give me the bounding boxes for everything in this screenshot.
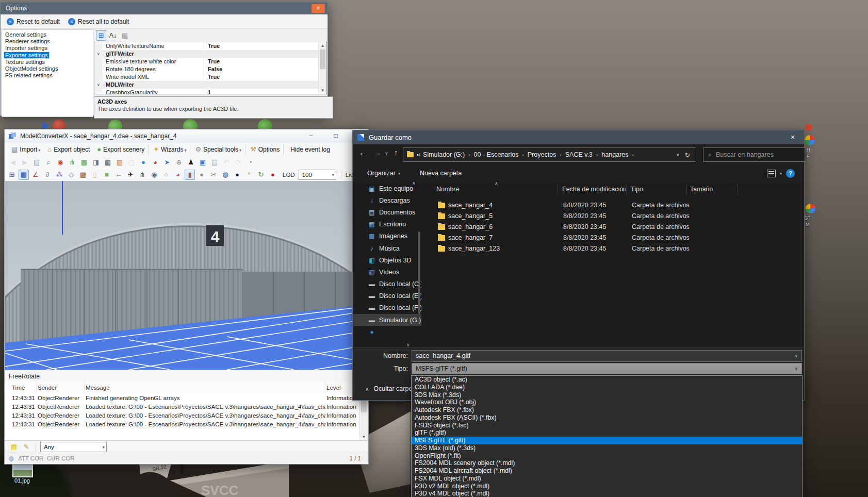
file-row[interactable]: sace_hangar_5 8/8/2020 23:45 Carpeta de …	[429, 211, 803, 222]
log-row[interactable]: 12:43:31 ObjectRenderer Loaded texture: …	[5, 403, 359, 411]
sidebar-item[interactable]: ▣ Este equipo	[353, 183, 421, 194]
log-column-header[interactable]: Sender	[37, 382, 85, 394]
settings-category-item[interactable]: FS related settings	[2, 72, 93, 79]
view-toolbar-icon[interactable]: ⊞	[7, 170, 17, 180]
toolbar-icon[interactable]: ▤	[209, 157, 220, 168]
toolbar-icon[interactable]: ◨	[91, 157, 101, 168]
column-divider[interactable]	[737, 184, 738, 195]
close-button[interactable]: ×	[312, 4, 325, 13]
breadcrumb-segment[interactable]: Simulador (G:)›	[420, 151, 471, 158]
help-icon[interactable]: ?	[786, 169, 795, 178]
view-toolbar-icon[interactable]: ○	[161, 170, 171, 180]
view-toolbar-icon[interactable]: ●	[268, 170, 278, 180]
view-toolbar-icon[interactable]: ●	[196, 170, 207, 180]
filter-icon[interactable]: ▤	[9, 442, 19, 452]
filetype-option[interactable]: FS2004 MDL aircraft object (*.mdl)	[412, 467, 802, 475]
back-icon[interactable]: ←	[359, 148, 367, 157]
dialog-titlebar[interactable]: Guardar como	[353, 130, 804, 144]
sidebar-item[interactable]: ◧ Objetos 3D	[353, 254, 421, 266]
menu-button[interactable]: ▤ Import	[8, 144, 44, 155]
toolbar-icon[interactable]: ▢	[126, 157, 137, 168]
view-toolbar-icon[interactable]: ◕	[173, 170, 183, 180]
maximize-button[interactable]: □	[329, 131, 343, 141]
view-toolbar-icon[interactable]: ◉	[149, 170, 159, 180]
filetype-option[interactable]: FSX MDL object (*.mdl)	[412, 475, 802, 483]
toolbar-icon[interactable]: ◔	[245, 157, 255, 168]
column-divider[interactable]	[686, 184, 687, 195]
address-dropdown-icon[interactable]: ∨	[676, 152, 680, 157]
view-options-icon[interactable]	[767, 170, 776, 177]
column-header-size[interactable]: Tamaño	[690, 183, 713, 196]
filetype-option[interactable]: Autodesk FBX (*.fbx)	[412, 406, 802, 414]
toolbar-icon[interactable]: ◉	[55, 157, 65, 168]
view-toolbar-icon[interactable]: ◇	[66, 170, 76, 180]
property-row[interactable]: Emissive texture white color True	[94, 58, 326, 65]
filter-icon[interactable]: ✎	[21, 442, 31, 452]
toolbar-icon[interactable]: ▦	[103, 157, 113, 168]
filetype-option[interactable]: P3D v4 MDL object (*.mdl)	[412, 490, 802, 497]
new-folder-button[interactable]: Nueva carpeta	[420, 170, 462, 177]
close-button[interactable]: ×	[781, 130, 804, 144]
log-row[interactable]: 12:43:31 ObjectRenderer Finished generat…	[5, 394, 359, 403]
property-grid-tool-icon[interactable]: ▤	[120, 30, 130, 41]
sidebar-item[interactable]: ▬ Disco local (C:)	[353, 278, 421, 290]
toolbar-icon[interactable]: ▧	[114, 157, 125, 168]
view-toolbar-icon[interactable]: ∂	[42, 170, 53, 180]
view-toolbar-icon[interactable]: *	[244, 170, 254, 180]
property-grid-tool-icon[interactable]: A↓	[108, 30, 118, 41]
sidebar-scroll-down-icon[interactable]: ∨	[406, 342, 410, 347]
scroll-down-icon[interactable]: ▼	[319, 88, 326, 93]
sidebar-item[interactable]: ▩ Imágenes	[353, 230, 421, 242]
property-row[interactable]: Rotate 180 degrees False	[94, 65, 326, 73]
reset-to-default-button[interactable]: « Reset to default	[7, 18, 60, 25]
view-toolbar-icon[interactable]: ✂	[208, 170, 219, 180]
recent-locations-icon[interactable]: ∨	[385, 151, 388, 156]
view-toolbar-icon[interactable]: ●	[232, 170, 242, 180]
column-header-type[interactable]: Tipo	[631, 183, 643, 196]
filetype-option[interactable]: AC3D object (*.ac)	[412, 376, 802, 384]
log-row[interactable]: 12:43:31 ObjectRenderer Loaded texture: …	[5, 420, 359, 429]
menu-button[interactable]: ● Export scenery	[93, 144, 149, 155]
filetype-option[interactable]: glTF (*.gltf)	[412, 429, 802, 437]
settings-category-item[interactable]: Importer settings	[2, 45, 93, 52]
view-toolbar-icon[interactable]: ▩	[78, 170, 88, 180]
sidebar-item[interactable]: ▤ Documentos	[353, 206, 421, 218]
toolbar-icon[interactable]: ⋔	[67, 157, 77, 168]
filetype-option[interactable]: Wavefront OBJ (*.obj)	[412, 399, 802, 406]
menu-button[interactable]: Hide event log	[285, 144, 334, 155]
breadcrumb-segment[interactable]: Proyectos›	[525, 151, 563, 158]
toolbar-icon[interactable]: ▶	[20, 157, 30, 168]
property-grid-scrollbar[interactable]: ▲ ▼	[318, 42, 326, 94]
sidebar-item[interactable]: ▬ Disco local (F:)	[353, 302, 421, 314]
view-toolbar-icon[interactable]: ▦	[19, 170, 29, 180]
scrollbar-thumb[interactable]	[320, 49, 325, 69]
toolbar-icon[interactable]: ➤	[162, 157, 172, 168]
menu-button[interactable]: ⚒ Options	[247, 144, 284, 155]
settings-category-item[interactable]: ObjectModel settings	[2, 65, 93, 72]
toolbar-icon[interactable]: ◀	[8, 157, 18, 168]
breadcrumb-segment[interactable]: SACE v.3›	[563, 151, 599, 158]
toolbar-icon[interactable]: ↶	[221, 157, 232, 168]
organize-button[interactable]: Organizar▾	[367, 170, 400, 177]
breadcrumb-segment[interactable]: hangares›	[599, 151, 634, 158]
filetype-option[interactable]: 3DS Max (*.3ds)	[412, 391, 802, 399]
filetype-option[interactable]: FS2004 MDL scenery object (*.mdl)	[412, 459, 802, 467]
property-row[interactable]: ∨ MDLWriter	[94, 81, 326, 89]
menu-button[interactable]: ⚙ Special tools	[191, 144, 245, 155]
sidebar-item[interactable]: ↓ Descargas	[353, 194, 421, 206]
sidebar-item[interactable]: ♪ Música	[353, 242, 421, 254]
settings-category-item[interactable]: Texture settings	[2, 59, 93, 65]
view-toolbar-icon[interactable]: ▮	[185, 170, 195, 180]
toolbar-icon[interactable]: ↷	[233, 157, 243, 168]
refresh-icon[interactable]: ↻	[685, 151, 690, 159]
toolbar-icon[interactable]: ♟	[186, 157, 196, 168]
search-input[interactable]: ⌕ Buscar en hangares	[703, 147, 805, 162]
log-column-header[interactable]: Time	[11, 382, 37, 394]
view-toolbar-icon[interactable]: ↻	[256, 170, 266, 180]
filetype-option[interactable]: Autodesk FBX (ASCII) (*.fbx)	[412, 414, 802, 422]
chevron-down-icon[interactable]: ∨	[794, 351, 798, 361]
up-icon[interactable]: ↑	[394, 148, 398, 157]
log-row[interactable]: 12:43:31 ObjectRenderer Loaded texture: …	[5, 411, 359, 420]
filetype-option[interactable]: 3DS Max (old) (*.3ds)	[412, 444, 802, 452]
property-row[interactable]: Write model XML True	[94, 73, 326, 81]
